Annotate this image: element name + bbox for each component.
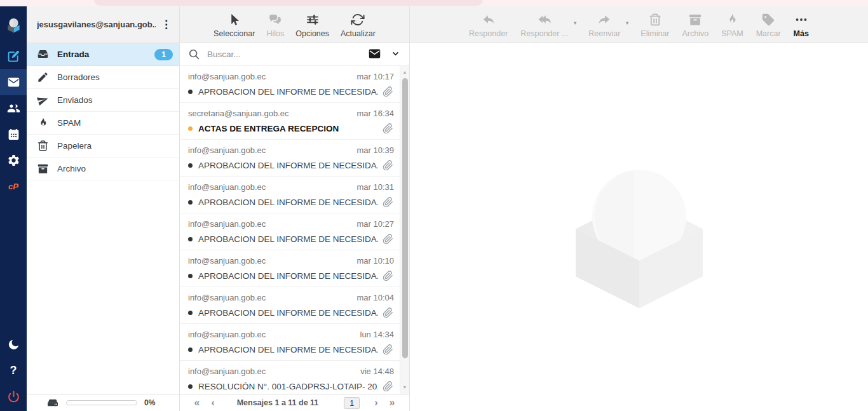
search-options-chevron-icon[interactable] bbox=[388, 48, 403, 62]
inbox-icon bbox=[37, 48, 49, 60]
message-date: mar 10:04 bbox=[356, 292, 394, 303]
message-date: mar 16:34 bbox=[356, 108, 394, 119]
reply-all-icon bbox=[538, 12, 552, 27]
message-toolbar: ▾ Responder ▾ Responder ... ▾ Reenviar ▾… bbox=[410, 6, 868, 43]
roundcube-logo[interactable] bbox=[0, 6, 27, 43]
message-row[interactable]: info@sanjuan.gob.ec mar 10:27 APROBACION… bbox=[180, 213, 400, 250]
webmail-app: cP ? jesusgavilanes@sanjuan.gob.... ⋮ En… bbox=[0, 6, 868, 411]
message-row[interactable]: info@sanjuan.gob.ec mar 10:39 APROBACION… bbox=[180, 140, 400, 177]
message-preview-area bbox=[410, 43, 868, 411]
folder-item-junk[interactable]: SPAM bbox=[27, 112, 179, 135]
options-button[interactable]: ▾ Opciones bbox=[290, 10, 334, 39]
more-button[interactable]: ▾ Más bbox=[789, 10, 814, 39]
list-toolbar: ▾ Seleccionar ▾ Hilos ▾ Opciones ▾ Actua… bbox=[180, 6, 409, 43]
search-input[interactable] bbox=[206, 49, 361, 60]
folder-item-drafts[interactable]: Borradores bbox=[27, 66, 179, 89]
chats-icon bbox=[268, 12, 282, 27]
sidebar-item-compose[interactable] bbox=[0, 43, 27, 69]
scrollbar-up-arrow[interactable]: ▲ bbox=[400, 68, 409, 77]
message-status-dot bbox=[188, 90, 193, 94]
message-date: mar 10:31 bbox=[356, 182, 394, 192]
reply-icon bbox=[482, 12, 496, 27]
message-row[interactable]: info@sanjuan.gob.ec vie 14:48 RESOLUCIÓN… bbox=[180, 361, 400, 394]
search-scope-mail-icon[interactable] bbox=[367, 46, 383, 64]
message-row[interactable]: info@sanjuan.gob.ec mar 10:04 APROBACION… bbox=[180, 287, 400, 324]
message-row[interactable]: info@sanjuan.gob.ec mar 10:31 APROBACION… bbox=[180, 177, 400, 213]
sidebar-item-cpanel[interactable]: cP bbox=[0, 173, 27, 199]
message-sender: secretaria@sanjuan.gob.ec bbox=[188, 108, 288, 119]
next-page-button[interactable]: › bbox=[369, 398, 383, 408]
folder-item-inbox[interactable]: Entrada 1 bbox=[27, 43, 179, 66]
flame-icon bbox=[37, 117, 49, 129]
moon-icon bbox=[7, 338, 20, 351]
quota-progressbar bbox=[66, 400, 137, 405]
sidebar-item-mail[interactable] bbox=[0, 69, 27, 95]
quota-percent: 0% bbox=[144, 398, 155, 407]
message-status-dot bbox=[188, 311, 193, 315]
message-subject: RESOLUCIÓN N°. 001-GADPRSJ-LOTAIP- 20... bbox=[198, 381, 378, 393]
message-date: mar 10:10 bbox=[356, 255, 394, 266]
pagination-bar: « ‹ Mensajes 1 a 11 de 11 1 › » bbox=[180, 394, 409, 411]
delete-button[interactable]: ▾ Eliminar bbox=[635, 10, 674, 39]
sidebar-item-logout[interactable] bbox=[0, 384, 27, 410]
message-row[interactable]: info@sanjuan.gob.ec mar 10:10 APROBACION… bbox=[180, 250, 400, 287]
send-icon bbox=[37, 94, 49, 106]
attachment-paperclip-icon bbox=[383, 86, 394, 98]
message-sender: info@sanjuan.gob.ec bbox=[188, 329, 266, 340]
current-page-box[interactable]: 1 bbox=[344, 397, 360, 409]
last-page-button[interactable]: » bbox=[384, 398, 401, 408]
folder-item-sent[interactable]: Enviados bbox=[27, 89, 179, 112]
browser-notification-strip bbox=[0, 0, 868, 6]
mark-button[interactable]: ▾ Marcar bbox=[751, 10, 786, 39]
flame-icon bbox=[725, 12, 739, 27]
folder-list: Entrada 1 Borradores Enviados SPAM Papel… bbox=[27, 43, 179, 394]
roundcube-watermark bbox=[571, 156, 708, 308]
sidebar-item-contacts[interactable] bbox=[0, 95, 27, 121]
sidebar-item-settings[interactable] bbox=[0, 147, 27, 173]
message-status-dot bbox=[188, 274, 193, 278]
message-row[interactable]: info@sanjuan.gob.ec mar 10:17 APROBACION… bbox=[180, 66, 400, 103]
message-row[interactable]: secretaria@sanjuan.gob.ec mar 16:34 ACTA… bbox=[180, 103, 400, 140]
sliders-icon bbox=[306, 12, 320, 27]
folder-item-trash[interactable]: Papelera bbox=[27, 135, 179, 158]
select-button[interactable]: ▾ Seleccionar bbox=[208, 10, 260, 39]
message-row[interactable]: info@sanjuan.gob.ec lun 14:34 APROBACION… bbox=[180, 324, 400, 361]
scrollbar-thumb[interactable] bbox=[402, 78, 408, 358]
tag-icon bbox=[761, 12, 775, 27]
scrollbar-down-arrow[interactable]: ▼ bbox=[400, 383, 409, 392]
list-scrollbar[interactable]: ▲ ▼ bbox=[400, 66, 409, 394]
first-page-button[interactable]: « bbox=[188, 398, 205, 408]
account-menu-button[interactable]: ⋮ bbox=[156, 19, 177, 30]
dropdown-caret-icon[interactable]: ▾ bbox=[626, 20, 629, 26]
message-sender: info@sanjuan.gob.ec bbox=[188, 366, 266, 377]
forward-icon bbox=[597, 12, 611, 27]
prev-page-button[interactable]: ‹ bbox=[205, 398, 220, 408]
notification-tab-edge bbox=[94, 0, 483, 6]
cpanel-icon: cP bbox=[8, 182, 18, 191]
threads-button[interactable]: ▾ Hilos bbox=[261, 10, 289, 39]
forward-button[interactable]: ▾ Reenviar bbox=[583, 10, 625, 39]
junk-button[interactable]: ▾ SPAM bbox=[716, 10, 749, 39]
folder-item-archive[interactable]: Archivo bbox=[27, 158, 179, 180]
refresh-button[interactable]: ▾ Actualizar bbox=[336, 10, 381, 39]
power-icon bbox=[7, 390, 20, 403]
cursor-icon bbox=[227, 12, 241, 27]
attachment-paperclip-icon bbox=[383, 271, 394, 282]
dropdown-caret-icon[interactable]: ▾ bbox=[574, 20, 577, 26]
attachment-paperclip-icon bbox=[383, 197, 394, 208]
compose-icon bbox=[7, 50, 20, 63]
message-status-dot bbox=[188, 237, 193, 241]
more-icon bbox=[794, 12, 808, 27]
sidebar-item-dark-mode[interactable] bbox=[0, 332, 27, 358]
reply-all-button[interactable]: ▾ Responder ... bbox=[515, 10, 573, 39]
archive-button[interactable]: ▾ Archivo bbox=[677, 10, 714, 39]
message-status-dot bbox=[188, 163, 193, 168]
content-column: ▾ Responder ▾ Responder ... ▾ Reenviar ▾… bbox=[410, 6, 868, 411]
calendar-icon bbox=[7, 128, 20, 141]
attachment-paperclip-icon bbox=[383, 344, 394, 356]
message-list-column: ▾ Seleccionar ▾ Hilos ▾ Opciones ▾ Actua… bbox=[180, 6, 410, 411]
account-email: jesusgavilanes@sanjuan.gob.... bbox=[37, 20, 156, 29]
sidebar-item-help[interactable]: ? bbox=[0, 358, 27, 384]
sidebar-item-calendar[interactable] bbox=[0, 121, 27, 147]
reply-button[interactable]: ▾ Responder bbox=[464, 10, 513, 39]
